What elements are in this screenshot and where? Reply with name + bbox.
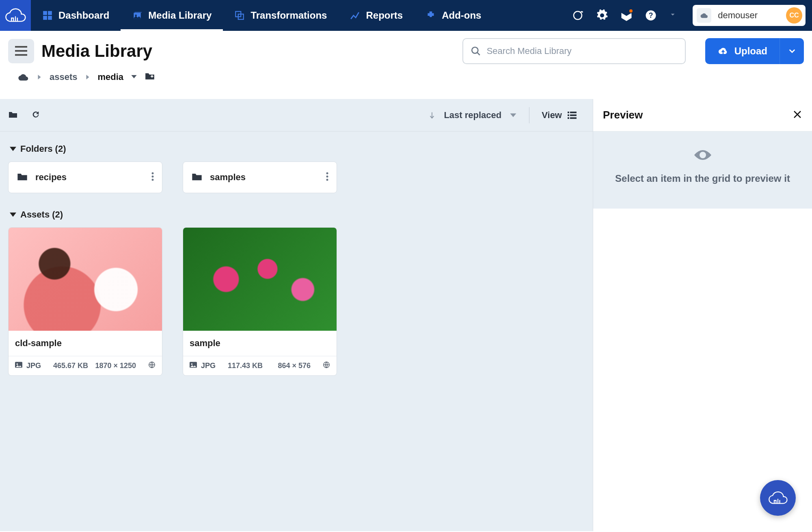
nav-transformations[interactable]: Transformations — [223, 0, 338, 31]
menu-toggle-button[interactable] — [8, 39, 34, 63]
search-icon — [471, 46, 481, 56]
svg-point-25 — [326, 172, 328, 174]
svg-rect-3 — [48, 16, 52, 20]
folder-card[interactable]: recipes — [8, 162, 162, 193]
preview-panel: Preview Select an item in the grid to pr… — [593, 99, 812, 531]
preview-empty-message: Select an item in the grid to preview it — [601, 173, 804, 184]
asset-meta: JPG 117.43 KB 864 × 576 — [183, 356, 337, 375]
folder-icon — [17, 172, 28, 183]
folder-more-icon[interactable] — [151, 172, 154, 183]
folders-section-label: Folders (2) — [20, 144, 66, 154]
breadcrumb-dropdown-icon[interactable] — [131, 72, 137, 82]
chevron-right-icon — [85, 72, 91, 82]
svg-point-26 — [326, 176, 328, 178]
chevron-down-icon — [510, 112, 517, 119]
cloud-root-icon[interactable] — [17, 73, 29, 82]
assets-row: cld-sample JPG 465.67 KB 1870 × 1250 sam… — [8, 227, 585, 376]
svg-rect-11 — [15, 50, 27, 52]
cloud-icon — [697, 8, 711, 23]
upload-group: Upload — [705, 38, 804, 64]
folders-row: recipes samples — [8, 162, 585, 205]
folder-card[interactable]: samples — [183, 162, 337, 193]
help-icon[interactable]: ? — [645, 9, 657, 22]
svg-rect-17 — [570, 112, 577, 113]
page-header: Media Library Upload — [0, 31, 812, 71]
close-preview-button[interactable] — [793, 110, 802, 121]
nav-dashboard[interactable]: Dashboard — [31, 0, 121, 31]
grid-area: Last replaced View Folders (2) re — [0, 99, 593, 531]
divider — [529, 107, 529, 123]
upload-button[interactable]: Upload — [705, 38, 780, 64]
folder-more-icon[interactable] — [326, 172, 328, 183]
nav-label: Add-ons — [442, 10, 481, 21]
grid-body: Folders (2) recipes samples — [0, 131, 593, 531]
asset-name: sample — [183, 331, 337, 356]
image-type-icon — [190, 362, 197, 370]
svg-rect-1 — [48, 11, 52, 15]
svg-point-7 — [574, 11, 582, 19]
nav-label: Reports — [366, 10, 403, 21]
nav-media-library[interactable]: Media Library — [121, 0, 223, 31]
app-logo[interactable] — [0, 0, 31, 31]
svg-rect-10 — [15, 46, 27, 48]
sort-direction-icon — [428, 112, 436, 119]
reports-icon — [350, 10, 360, 21]
collapse-icon — [10, 146, 16, 151]
asset-dimensions: 1870 × 1250 — [95, 362, 136, 370]
svg-rect-16 — [568, 112, 569, 113]
eye-icon — [693, 157, 713, 164]
upload-dropdown-button[interactable] — [780, 38, 804, 64]
svg-text:?: ? — [649, 11, 653, 19]
new-folder-button[interactable] — [145, 71, 155, 83]
public-icon — [323, 361, 330, 370]
breadcrumb-assets[interactable]: assets — [50, 72, 78, 82]
nav-reports[interactable]: Reports — [338, 0, 414, 31]
top-nav: Dashboard Media Library Transformations … — [0, 0, 812, 31]
asset-thumbnail — [9, 228, 162, 331]
addons-icon — [425, 10, 436, 21]
asset-card[interactable]: sample JPG 117.43 KB 864 × 576 — [183, 227, 337, 376]
account-switcher[interactable]: demouser CC — [693, 5, 806, 26]
svg-point-13 — [472, 47, 478, 53]
help-dropdown-icon[interactable] — [669, 11, 676, 20]
nav-label: Dashboard — [58, 10, 109, 21]
preview-title: Preview — [603, 109, 643, 121]
dashboard-icon — [42, 10, 53, 21]
nav-items: Dashboard Media Library Transformations … — [31, 0, 492, 31]
asset-name: cld-sample — [9, 331, 162, 356]
search-box[interactable] — [462, 38, 686, 64]
search-input[interactable] — [487, 46, 678, 56]
refresh-icon[interactable] — [31, 110, 41, 121]
sort-dropdown[interactable]: Last replaced — [428, 110, 517, 121]
svg-point-27 — [326, 179, 328, 181]
assets-section-header[interactable]: Assets (2) — [8, 205, 585, 227]
svg-rect-18 — [568, 114, 569, 116]
help-fab-button[interactable] — [760, 480, 796, 516]
announcements-icon[interactable] — [572, 9, 584, 22]
svg-rect-19 — [570, 114, 577, 116]
main-area: Last replaced View Folders (2) re — [0, 99, 812, 531]
transform-icon — [234, 10, 245, 21]
chevron-down-icon — [788, 47, 797, 56]
preview-empty-state: Select an item in the grid to preview it — [593, 131, 812, 209]
nav-add-ons[interactable]: Add-ons — [414, 0, 492, 31]
chevron-right-icon — [37, 72, 42, 82]
image-type-icon — [15, 362, 22, 370]
content: Last replaced View Folders (2) re — [0, 99, 812, 531]
assets-section-label: Assets (2) — [20, 209, 63, 220]
notifications-icon[interactable] — [620, 9, 633, 22]
asset-card[interactable]: cld-sample JPG 465.67 KB 1870 × 1250 — [8, 227, 162, 376]
folder-toggle-icon[interactable] — [8, 110, 18, 121]
collapse-icon — [10, 212, 16, 217]
folder-icon — [191, 172, 203, 183]
asset-type: JPG — [26, 362, 41, 370]
folder-name: samples — [210, 172, 319, 183]
asset-dimensions: 864 × 576 — [278, 362, 311, 370]
view-toggle[interactable]: View — [542, 110, 585, 121]
asset-type: JPG — [201, 362, 216, 370]
settings-icon[interactable] — [596, 9, 608, 22]
breadcrumb: assets media — [0, 71, 812, 99]
grid-toolbar: Last replaced View — [0, 99, 593, 131]
breadcrumb-media[interactable]: media — [98, 72, 124, 82]
folders-section-header[interactable]: Folders (2) — [8, 140, 585, 162]
